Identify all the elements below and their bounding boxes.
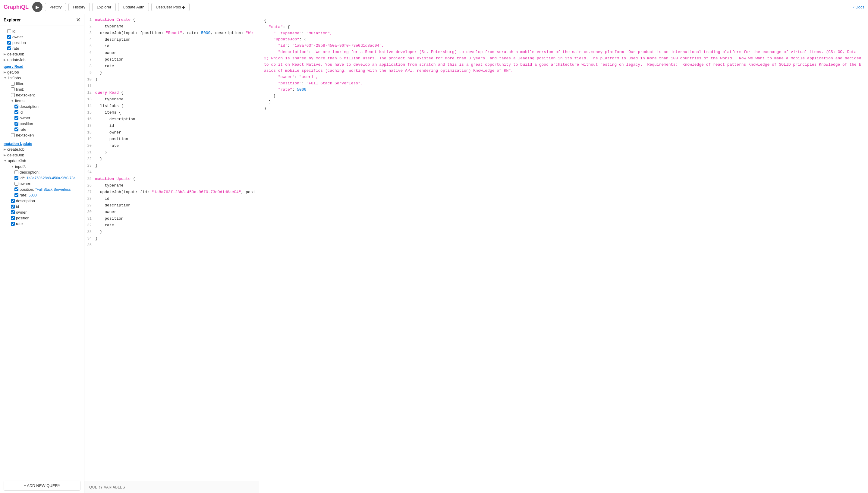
section-name-link[interactable]: Update <box>20 142 32 146</box>
use-user-pool-button[interactable]: Use:User Pool ◆ <box>151 3 190 11</box>
line-content: description <box>95 37 259 43</box>
sidebar-item-label: nextToken <box>16 133 34 137</box>
query-variables-label: QUERY VARIABLES <box>89 485 125 489</box>
arrow-icon: ▶ <box>4 70 6 74</box>
query-variables-bar[interactable]: QUERY VARIABLES <box>84 481 259 493</box>
editor-area: 1mutation Create {2 __typename3 createJo… <box>84 14 868 493</box>
code-line: 13 __typename <box>84 96 259 103</box>
sidebar-item-label: position <box>16 216 29 220</box>
sidebar-item-label: rate <box>20 127 26 132</box>
code-line: 32 rate <box>84 222 259 229</box>
sidebar-item-value-link-pos[interactable]: "Full Stack Serverless <box>35 188 70 192</box>
line-content <box>95 242 259 249</box>
sidebar-item-getjob[interactable]: ▶ getJob <box>0 69 84 75</box>
sidebar-item-deletejob[interactable]: ▶ deleteJob <box>0 51 84 57</box>
sidebar-item-position[interactable]: position <box>0 40 84 45</box>
sidebar-item-listjobs[interactable]: ▼ listJobs <box>0 75 84 81</box>
sidebar-item-label: description: <box>20 170 40 174</box>
line-content: position <box>95 56 259 63</box>
run-button[interactable]: ▶ <box>32 2 43 12</box>
code-line: 1mutation Create { <box>84 17 259 23</box>
sidebar-item-label: owner <box>20 116 30 120</box>
arrow-icon: ▶ <box>4 148 6 151</box>
sidebar-item-createjob[interactable]: ▶ createJob <box>0 147 84 152</box>
sidebar-content: id owner position rate ▶ deleteJob ▶ upd… <box>0 26 84 478</box>
sidebar-item-owner-2[interactable]: owner <box>0 210 84 215</box>
sidebar-item-updatejob-2[interactable]: ▼ updateJob <box>0 158 84 164</box>
sidebar-item-id-unchecked[interactable]: id <box>0 28 84 34</box>
sidebar-item-value-link[interactable]: 1a8a763f-28b8-450a-96f0-73e <box>26 176 75 180</box>
docs-link[interactable]: ‹ Docs <box>853 5 864 9</box>
sidebar-item-input[interactable]: ▼ input*: <box>0 164 84 169</box>
section-type-label: query <box>4 64 15 69</box>
add-query-button[interactable]: + ADD NEW QUERY <box>4 481 81 491</box>
section-name-link[interactable]: Read <box>15 64 23 69</box>
response-line: "position": "Full Stack Serverless", <box>264 81 863 87</box>
arrow-icon: ▶ <box>4 58 6 62</box>
sidebar-item-filter[interactable]: filter: <box>0 81 84 86</box>
sidebar-item-owner-1[interactable]: owner <box>0 115 84 121</box>
sidebar-item-items[interactable]: ▼ items <box>0 98 84 104</box>
code-line: 16 description <box>84 116 259 123</box>
sidebar-item-nexttoken-2[interactable]: nextToken <box>0 132 84 138</box>
line-content: } <box>95 70 259 76</box>
sidebar-item-position-1[interactable]: position <box>0 121 84 127</box>
prettify-button[interactable]: Prettify <box>45 3 66 11</box>
query-editor-content[interactable]: 1mutation Create {2 __typename3 createJo… <box>84 14 259 481</box>
sidebar-item-label: id <box>20 110 23 114</box>
sidebar-item-id-2[interactable]: id <box>0 204 84 210</box>
line-content: position <box>95 215 259 222</box>
sidebar-item-updatejob-top[interactable]: ▶ updateJob <box>0 57 84 63</box>
sidebar-item-value-link-rate[interactable]: 5000 <box>29 193 37 197</box>
line-content: rate <box>95 63 259 70</box>
sidebar-item-description-2[interactable]: description <box>0 198 84 204</box>
sidebar-close-button[interactable]: ✕ <box>76 17 81 23</box>
sidebar-item-limit[interactable]: limit: <box>0 86 84 92</box>
sidebar-item-owner[interactable]: owner <box>0 34 84 40</box>
sidebar-item-owner-input[interactable]: owner: <box>0 181 84 187</box>
sidebar-item-position-2[interactable]: position <box>0 215 84 221</box>
line-number: 4 <box>84 37 95 43</box>
sidebar-item-label: description <box>20 104 39 109</box>
sidebar-item-id-1[interactable]: id <box>0 109 84 115</box>
line-content: mutation Update { <box>95 176 259 182</box>
query-editor: 1mutation Create {2 __typename3 createJo… <box>84 14 259 493</box>
sidebar-item-rate-input[interactable]: rate: 5000 <box>0 192 84 198</box>
line-number: 10 <box>84 76 95 83</box>
line-content: description <box>95 116 259 123</box>
sidebar-item-rate[interactable]: rate <box>0 45 84 51</box>
line-content: } <box>95 163 259 169</box>
docs-chevron-icon: ‹ <box>853 5 854 9</box>
sidebar-item-position-input[interactable]: position: "Full Stack Serverless <box>0 187 84 192</box>
code-line: 14 listJobs { <box>84 103 259 109</box>
sidebar-item-label: deleteJob <box>7 52 24 56</box>
topbar: GraphiQL ▶ Prettify History Explorer Upd… <box>0 0 868 14</box>
main-layout: Explorer ✕ id owner position rate ▶ <box>0 14 868 493</box>
explorer-button[interactable]: Explorer <box>92 3 116 11</box>
line-number: 20 <box>84 143 95 149</box>
sidebar-item-description-input[interactable]: description: <box>0 169 84 175</box>
line-number: 13 <box>84 96 95 103</box>
line-content <box>95 169 259 176</box>
sidebar-item-rate-2[interactable]: rate <box>0 221 84 227</box>
line-content: __typename <box>95 182 259 189</box>
line-content: __typename <box>95 23 259 30</box>
sidebar-item-rate-1[interactable]: rate <box>0 127 84 132</box>
line-content: } <box>95 156 259 163</box>
sidebar-item-label: limit: <box>16 87 24 92</box>
sidebar-item-label: input*: <box>15 164 26 169</box>
line-number: 35 <box>84 242 95 249</box>
line-content: createJob(input: {position: "React", rat… <box>95 30 259 37</box>
update-auth-button[interactable]: Update Auth <box>118 3 149 11</box>
sidebar-item-nexttoken-1[interactable]: nextToken: <box>0 92 84 98</box>
sidebar-item-deletejob-2[interactable]: ▶ deleteJob <box>0 152 84 158</box>
sidebar-item-id-input[interactable]: id*: 1a8a763f-28b8-450a-96f0-73e <box>0 175 84 181</box>
sidebar-item-description-1[interactable]: description <box>0 104 84 109</box>
history-button[interactable]: History <box>68 3 89 11</box>
line-number: 28 <box>84 196 95 202</box>
response-line: } <box>264 93 863 100</box>
code-line: 2 __typename <box>84 23 259 30</box>
sidebar-item-label: position <box>13 40 26 45</box>
code-line: 23} <box>84 163 259 169</box>
line-number: 23 <box>84 163 95 169</box>
